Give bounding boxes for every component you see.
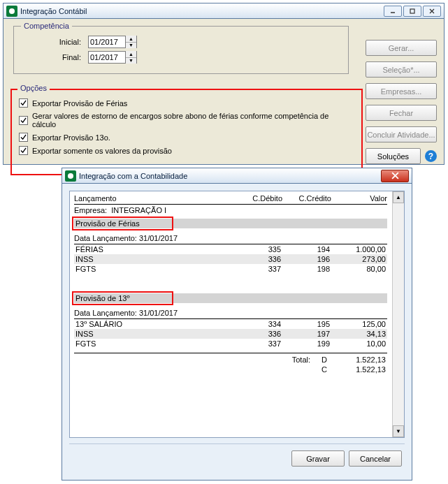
col-lancamento: Lançamento: [74, 194, 233, 203]
label-final: Final:: [21, 53, 81, 61]
column-headers: Lançamento C.Débito C.Crédito Valor: [74, 194, 387, 205]
table-row: FGTS 337 199 10,00: [74, 339, 387, 349]
scroll-up-icon[interactable]: ▲: [393, 191, 404, 203]
scroll-down-icon[interactable]: ▼: [393, 425, 404, 437]
total-row-d: Total: D 1.522,13: [74, 355, 387, 365]
spinner-up-icon[interactable]: ▲: [126, 36, 136, 43]
table-row: INSS 336 197 34,13: [74, 329, 387, 339]
window-integracao-contabilidade: Integração com a Contabilidade Lançament…: [62, 168, 412, 481]
inicial-field[interactable]: ▲ ▼: [88, 36, 137, 48]
spacer: [74, 274, 387, 289]
selecao-button[interactable]: Seleção*...: [366, 61, 437, 78]
checkbox-icon[interactable]: [19, 98, 28, 108]
gerar-button[interactable]: Gerar...: [366, 40, 437, 56]
inicial-spinner[interactable]: ▲ ▼: [125, 36, 136, 48]
report-panel: Lançamento C.Débito C.Crédito Valor Empr…: [69, 191, 405, 438]
table-row: FÉRIAS 335 194 1.000,00: [74, 244, 387, 254]
maximize-button[interactable]: [403, 6, 421, 17]
window-controls: [384, 6, 441, 17]
solucoes-button[interactable]: Soluções: [366, 148, 421, 164]
table-row: INSS 336 196 273,00: [74, 254, 387, 264]
empresas-button[interactable]: Empresas...: [366, 83, 437, 99]
window-title: Integração Contábil: [20, 7, 384, 15]
fechar-button[interactable]: Fechar: [366, 105, 437, 121]
concluir-button[interactable]: Concluir Atividade...: [366, 126, 437, 142]
section-provisao-ferias: Provisão de Férias: [74, 219, 387, 228]
button-bar: Gravar Cancelar: [69, 443, 405, 473]
svg-rect-1: [410, 9, 414, 13]
checkbox-gerar-estorno[interactable]: Gerar valores de estorno de encargos sob…: [19, 112, 354, 129]
app-icon: [6, 6, 17, 17]
close-button[interactable]: [381, 170, 409, 182]
checkbox-icon[interactable]: [19, 116, 28, 125]
section-provisao-13: Provisão de 13º: [74, 293, 387, 303]
gravar-button[interactable]: Gravar: [291, 450, 345, 467]
vertical-scrollbar[interactable]: ▲ ▼: [392, 191, 404, 437]
legend-opcoes: Opções: [17, 84, 50, 92]
window-integracao-contabil: Integração Contábil Competência Inicial:…: [3, 3, 445, 165]
subheader-13: Data Lançamento: 31/01/2017: [74, 309, 387, 319]
app-icon: [65, 170, 76, 182]
checkbox-label: Exportar Provisão 13o.: [32, 133, 110, 142]
cancelar-button[interactable]: Cancelar: [349, 450, 402, 467]
spinner-down-icon[interactable]: ▼: [126, 58, 136, 64]
col-credito: C.Crédito: [282, 194, 331, 203]
help-icon[interactable]: ?: [425, 150, 437, 162]
table-row: FGTS 337 198 80,00: [74, 264, 387, 274]
final-field[interactable]: ▲ ▼: [88, 51, 137, 64]
empresa-line: Empresa: INTEGRAÇÃO I: [74, 206, 387, 214]
total-row-c: C 1.522,13: [74, 365, 387, 374]
minimize-button[interactable]: [384, 6, 402, 17]
col-valor: Valor: [331, 194, 387, 203]
checkbox-label: Gerar valores de estorno de encargos sob…: [32, 112, 354, 129]
checkbox-label: Exportar Provisão de Férias: [32, 99, 127, 108]
checkbox-icon[interactable]: [19, 133, 28, 142]
subheader-ferias: Data Lançamento: 31/01/2017: [74, 234, 387, 244]
titlebar[interactable]: Integração com a Contabilidade: [62, 168, 412, 184]
inicial-input[interactable]: [89, 36, 125, 47]
checkbox-somente-provisao[interactable]: Exportar somente os valores da provisão: [19, 146, 354, 155]
label-inicial: Inicial:: [21, 38, 81, 46]
spinner-up-icon[interactable]: ▲: [126, 51, 136, 58]
final-input[interactable]: [89, 52, 125, 63]
button-column: Gerar... Seleção*... Empresas... Fechar …: [366, 40, 437, 164]
col-debito: C.Débito: [233, 194, 282, 203]
checkbox-label: Exportar somente os valores da provisão: [32, 147, 172, 155]
final-spinner[interactable]: ▲ ▼: [125, 51, 136, 64]
group-competencia: Competência Inicial: ▲ ▼ Final: ▲: [13, 22, 349, 74]
window-title: Integração com a Contabilidade: [79, 172, 381, 180]
checkbox-exportar-13[interactable]: Exportar Provisão 13o.: [19, 133, 354, 142]
titlebar[interactable]: Integração Contábil: [3, 3, 444, 19]
checkbox-exportar-ferias[interactable]: Exportar Provisão de Férias: [19, 98, 354, 108]
group-opcoes: Opções Exportar Provisão de Férias Gerar…: [10, 89, 363, 175]
checkbox-icon[interactable]: [19, 146, 28, 155]
close-button[interactable]: [423, 6, 441, 17]
spinner-down-icon[interactable]: ▼: [126, 43, 136, 49]
legend-competencia: Competência: [21, 22, 72, 30]
separator: [74, 353, 387, 353]
table-row: 13º SALÁRIO 334 195 125,00: [74, 319, 387, 329]
